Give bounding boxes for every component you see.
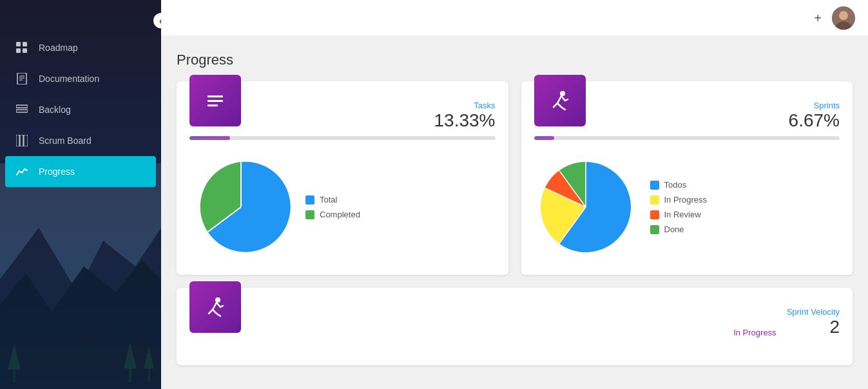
sidebar-item-label: Scrum Board — [39, 135, 92, 146]
list-icon — [204, 89, 227, 112]
legend-done-label: Done — [664, 224, 684, 234]
sprints-chart-area: Todos In Progress In Review — [534, 150, 840, 259]
tasks-label: Tasks — [474, 101, 495, 110]
sprints-progress-bar — [534, 136, 840, 140]
tasks-pie-chart — [189, 155, 293, 259]
sprints-legend: Todos In Progress In Review — [650, 180, 707, 234]
legend-done-dot — [650, 225, 659, 234]
sidebar-item-label: Backlog — [39, 105, 71, 115]
legend-in-progress-label: In Progress — [664, 195, 707, 204]
sidebar-item-documentation[interactable]: Documentation — [0, 63, 161, 94]
sprint-velocity-value: 2 — [829, 317, 840, 337]
sprint-velocity-icon — [189, 281, 241, 333]
documentation-icon — [15, 72, 28, 85]
sidebar-item-roadmap[interactable]: Roadmap — [0, 32, 161, 63]
tasks-legend: Total Completed — [305, 195, 360, 219]
svg-rect-19 — [16, 105, 28, 108]
page-title: Progress — [177, 52, 853, 68]
svg-rect-13 — [16, 48, 21, 53]
tasks-card: Tasks 13.33% — [177, 81, 508, 275]
legend-todos-label: Todos — [664, 180, 687, 190]
avatar[interactable] — [832, 6, 855, 30]
svg-rect-23 — [24, 135, 28, 146]
legend-total-dot — [305, 195, 314, 204]
svg-rect-21 — [16, 135, 19, 146]
legend-completed-label: Completed — [320, 210, 360, 219]
avatar-image — [832, 6, 855, 30]
legend-completed-dot — [305, 210, 314, 219]
tasks-value: 13.33% — [434, 110, 496, 131]
scrum-board-icon — [15, 134, 28, 147]
legend-in-review-label: In Review — [664, 210, 701, 219]
sprint-velocity-body: In Progress Sprint Velocity 2 — [177, 288, 853, 350]
runner-icon — [548, 89, 572, 112]
sprints-value: 6.67% — [789, 110, 840, 131]
svg-rect-27 — [207, 95, 223, 97]
svg-rect-11 — [16, 42, 21, 46]
progress-icon — [15, 165, 28, 178]
sprint-velocity-label: Sprint Velocity — [787, 307, 840, 317]
sidebar-item-backlog[interactable]: Backlog — [0, 94, 161, 125]
sidebar-content: ❮ Roadmap — [0, 0, 161, 389]
sidebar-item-label: Roadmap — [39, 43, 78, 53]
svg-point-25 — [839, 11, 848, 20]
tasks-chart-area: Total Completed — [189, 150, 496, 259]
roadmap-icon — [15, 41, 28, 54]
svg-rect-15 — [17, 73, 26, 85]
sidebar-item-progress[interactable]: Progress — [5, 156, 156, 187]
svg-rect-12 — [23, 42, 27, 46]
legend-in-review-dot — [650, 210, 659, 219]
add-button[interactable]: + — [814, 12, 822, 25]
sprint-velocity-header: In Progress Sprint Velocity 2 — [189, 301, 840, 337]
legend-in-progress: In Progress — [650, 195, 707, 204]
svg-rect-29 — [207, 105, 218, 106]
svg-point-32 — [560, 91, 565, 96]
sprints-progress-fill — [534, 136, 555, 140]
backlog-icon — [15, 103, 28, 116]
sidebar: ❮ Roadmap — [0, 0, 161, 389]
nav-menu: Roadmap Documentation — [0, 0, 161, 187]
legend-total: Total — [305, 195, 360, 204]
chevron-left-icon: ❮ — [159, 17, 161, 25]
in-progress-badge: In Progress — [733, 328, 776, 337]
sprint-velocity-card: In Progress Sprint Velocity 2 — [177, 288, 853, 365]
sprints-card: Sprints 6.67% — [521, 81, 853, 275]
main-content: + Progress — [161, 0, 868, 389]
runner-icon-2 — [204, 295, 227, 319]
sidebar-item-label: Documentation — [39, 74, 99, 84]
sidebar-item-scrum-board[interactable]: Scrum Board — [0, 125, 161, 156]
sidebar-item-label: Progress — [39, 166, 75, 177]
sprints-card-icon — [534, 75, 586, 126]
svg-point-37 — [215, 297, 220, 303]
legend-completed: Completed — [305, 210, 360, 219]
sprints-pie-chart — [534, 155, 637, 259]
legend-in-review: In Review — [650, 210, 707, 219]
content-area: Progress Tasks 13.33% — [161, 36, 868, 389]
legend-todos: Todos — [650, 180, 707, 190]
topbar: + — [161, 0, 868, 36]
svg-rect-28 — [207, 100, 223, 102]
tasks-card-icon — [189, 75, 241, 126]
svg-rect-20 — [16, 110, 28, 112]
cards-row: Tasks 13.33% — [177, 81, 853, 275]
legend-todos-dot — [650, 181, 659, 190]
legend-done: Done — [650, 224, 707, 234]
svg-rect-14 — [23, 48, 27, 53]
sprints-label: Sprints — [814, 101, 840, 110]
legend-total-label: Total — [320, 195, 337, 204]
tasks-progress-fill — [189, 136, 230, 140]
tasks-progress-bar — [189, 136, 496, 140]
svg-rect-22 — [20, 135, 23, 146]
legend-in-progress-dot — [650, 195, 659, 204]
